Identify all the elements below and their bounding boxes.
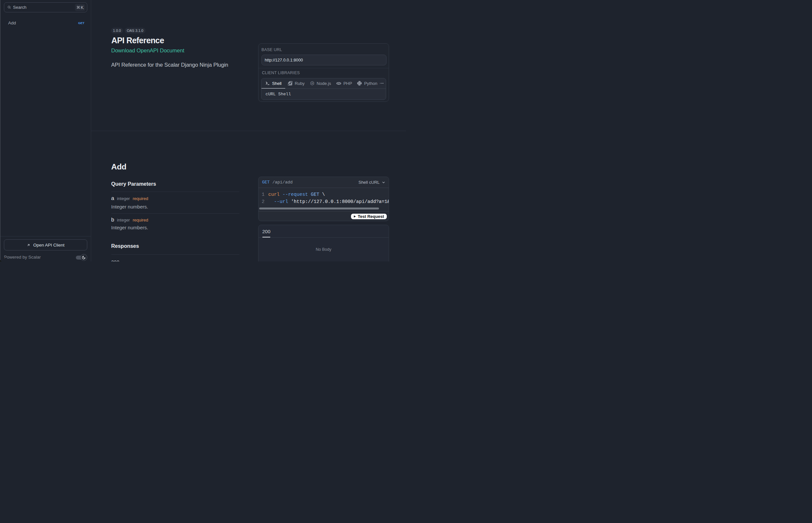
svg-text:JS: JS — [311, 82, 313, 84]
